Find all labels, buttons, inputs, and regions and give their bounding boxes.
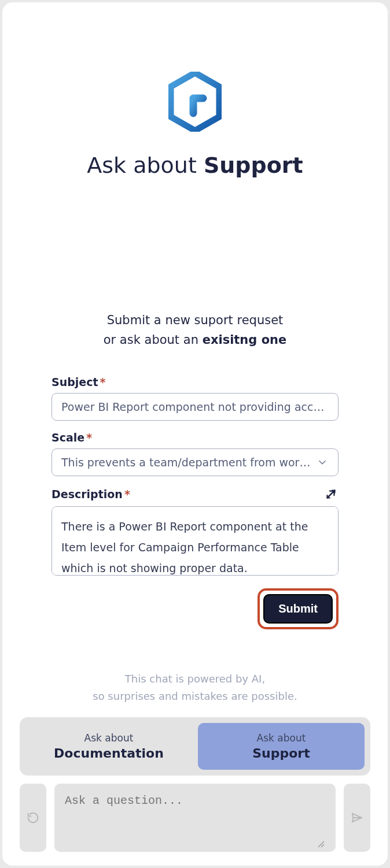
scale-value: This prevents a team/department from wor…	[61, 456, 316, 469]
description-field: Description*	[51, 487, 339, 578]
send-button[interactable]	[344, 784, 370, 852]
chevron-down-icon	[316, 456, 329, 469]
scale-label: Scale*	[51, 431, 339, 444]
disclaimer-line1: This chat is powered by AI,	[20, 670, 370, 688]
chat-input[interactable]	[54, 784, 336, 852]
tab-support[interactable]: Ask about Support	[198, 723, 365, 770]
subtitle: Submit a new suport requset or ask about…	[20, 311, 370, 350]
scale-select[interactable]: This prevents a team/department from wor…	[51, 448, 339, 476]
title-prefix: Ask about	[87, 153, 204, 178]
composer-row	[20, 784, 370, 852]
submit-highlight: Submit	[257, 588, 339, 629]
subject-input[interactable]	[51, 393, 339, 421]
scale-field: Scale* This prevents a team/department f…	[51, 431, 339, 476]
title-bold: Support	[204, 153, 303, 178]
subtitle-line1: Submit a new suport requset	[20, 311, 370, 331]
support-form: Subject* Scale* This prevents a team/dep…	[51, 376, 339, 629]
mode-tabs: Ask about Documentation Ask about Suppor…	[20, 717, 370, 776]
hex-logo-icon	[168, 72, 222, 132]
required-mark: *	[124, 488, 130, 500]
refresh-icon	[27, 811, 39, 824]
chat-panel: Ask about Support Submit a new suport re…	[2, 2, 388, 866]
disclaimer-line2: so surprises and mistakes are possible.	[20, 688, 370, 706]
spacer-grow	[20, 629, 370, 670]
tab-small-label: Ask about	[31, 732, 186, 744]
expand-icon[interactable]	[323, 487, 339, 502]
tab-documentation[interactable]: Ask about Documentation	[25, 723, 192, 770]
subject-label: Subject*	[51, 376, 339, 388]
send-icon	[351, 811, 363, 824]
refresh-button[interactable]	[20, 784, 46, 852]
subject-field: Subject*	[51, 376, 339, 421]
ai-disclaimer: This chat is powered by AI, so surprises…	[20, 670, 370, 706]
required-mark: *	[100, 376, 106, 388]
page-title: Ask about Support	[20, 153, 370, 178]
tab-small-label: Ask about	[204, 732, 359, 744]
submit-row: Submit	[51, 588, 339, 629]
submit-button[interactable]: Submit	[263, 594, 333, 624]
tab-big-label: Support	[204, 746, 359, 761]
description-textarea[interactable]	[51, 506, 339, 576]
logo-wrap	[20, 72, 370, 132]
required-mark: *	[86, 431, 92, 444]
subtitle-line2: or ask about an exisitng one	[20, 331, 370, 350]
tab-big-label: Documentation	[31, 746, 186, 761]
spacer	[20, 178, 370, 311]
description-label: Description*	[51, 488, 130, 500]
